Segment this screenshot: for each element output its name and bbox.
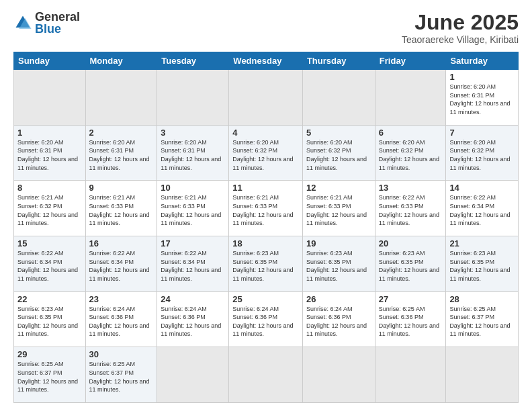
- day-number: 23: [89, 294, 154, 304]
- table-row: 23 Sunrise: 6:24 AMSunset: 6:36 PMDaylig…: [85, 291, 157, 347]
- table-row: 27 Sunrise: 6:25 AMSunset: 6:36 PMDaylig…: [375, 291, 446, 347]
- table-row: 13 Sunrise: 6:22 AMSunset: 6:33 PMDaylig…: [375, 181, 446, 236]
- day-number: 5: [306, 128, 371, 138]
- day-number: 24: [161, 294, 225, 304]
- day-number: 30: [89, 349, 154, 359]
- calendar-week-row: 1 Sunrise: 6:20 AMSunset: 6:31 PMDayligh…: [14, 125, 519, 181]
- table-row: 10 Sunrise: 6:21 AMSunset: 6:33 PMDaylig…: [157, 181, 229, 236]
- day-number: 29: [17, 349, 82, 359]
- table-row: 5 Sunrise: 6:20 AMSunset: 6:32 PMDayligh…: [302, 125, 375, 181]
- header: General Blue June 2025 Teaoraereke Villa…: [13, 11, 519, 45]
- table-row: 28 Sunrise: 6:25 AMSunset: 6:37 PMDaylig…: [446, 291, 519, 347]
- day-info: Sunrise: 6:20 AMSunset: 6:31 PMDaylight:…: [161, 139, 221, 171]
- day-number: 18: [232, 238, 299, 248]
- table-row: 3 Sunrise: 6:20 AMSunset: 6:31 PMDayligh…: [157, 125, 229, 181]
- day-info: Sunrise: 6:23 AMSunset: 6:35 PMDaylight:…: [379, 250, 439, 282]
- day-number: 9: [89, 183, 154, 193]
- table-row: 16 Sunrise: 6:22 AMSunset: 6:34 PMDaylig…: [85, 236, 157, 292]
- day-info: Sunrise: 6:21 AMSunset: 6:33 PMDaylight:…: [161, 194, 221, 226]
- calendar-week-row: 8 Sunrise: 6:21 AMSunset: 6:32 PMDayligh…: [14, 181, 519, 236]
- table-row: 2 Sunrise: 6:20 AMSunset: 6:31 PMDayligh…: [85, 125, 157, 181]
- day-number: 15: [17, 238, 82, 248]
- table-row: [157, 70, 229, 126]
- table-row: 18 Sunrise: 6:23 AMSunset: 6:35 PMDaylig…: [229, 236, 303, 292]
- day-number: 2: [89, 128, 154, 138]
- day-info: Sunrise: 6:22 AMSunset: 6:34 PMDaylight:…: [449, 194, 510, 226]
- calendar-header-row: Sunday Monday Tuesday Wednesday Thursday…: [14, 52, 519, 70]
- table-row: 8 Sunrise: 6:21 AMSunset: 6:32 PMDayligh…: [14, 181, 86, 236]
- table-row: 30 Sunrise: 6:25 AMSunset: 6:37 PMDaylig…: [85, 347, 157, 403]
- day-info: Sunrise: 6:20 AMSunset: 6:32 PMDaylight:…: [449, 139, 510, 171]
- day-number: 17: [161, 238, 225, 248]
- table-row: [302, 347, 375, 403]
- page: General Blue June 2025 Teaoraereke Villa…: [0, 0, 532, 411]
- month-title: June 2025: [402, 11, 519, 34]
- day-info: Sunrise: 6:20 AMSunset: 6:31 PMDaylight:…: [17, 139, 78, 171]
- logo-text: General Blue: [35, 11, 80, 35]
- table-row: [446, 347, 519, 403]
- table-row: 17 Sunrise: 6:22 AMSunset: 6:34 PMDaylig…: [157, 236, 229, 292]
- day-number: 12: [306, 183, 371, 193]
- table-row: 26 Sunrise: 6:24 AMSunset: 6:36 PMDaylig…: [302, 291, 375, 347]
- table-row: 29 Sunrise: 6:25 AMSunset: 6:37 PMDaylig…: [14, 347, 86, 403]
- day-number: 11: [232, 183, 299, 193]
- calendar: Sunday Monday Tuesday Wednesday Thursday…: [13, 52, 519, 403]
- day-info: Sunrise: 6:20 AMSunset: 6:32 PMDaylight:…: [232, 139, 293, 171]
- calendar-week-row: 22 Sunrise: 6:23 AMSunset: 6:35 PMDaylig…: [14, 291, 519, 347]
- day-number: 20: [379, 238, 443, 248]
- day-info: Sunrise: 6:22 AMSunset: 6:33 PMDaylight:…: [379, 194, 439, 226]
- table-row: 11 Sunrise: 6:21 AMSunset: 6:33 PMDaylig…: [229, 181, 303, 236]
- day-number: 22: [17, 294, 82, 304]
- day-info: Sunrise: 6:21 AMSunset: 6:32 PMDaylight:…: [17, 194, 78, 226]
- day-info: Sunrise: 6:20 AMSunset: 6:31 PMDaylight:…: [89, 139, 150, 171]
- table-row: 6 Sunrise: 6:20 AMSunset: 6:32 PMDayligh…: [375, 125, 446, 181]
- col-friday: Friday: [375, 52, 446, 70]
- day-info: Sunrise: 6:24 AMSunset: 6:36 PMDaylight:…: [232, 306, 293, 338]
- day-number: 27: [379, 294, 443, 304]
- table-row: [229, 347, 303, 403]
- day-number: 26: [306, 294, 371, 304]
- day-info: Sunrise: 6:24 AMSunset: 6:36 PMDaylight:…: [161, 306, 221, 338]
- day-number: 28: [449, 294, 515, 304]
- day-info: Sunrise: 6:25 AMSunset: 6:37 PMDaylight:…: [17, 361, 78, 393]
- day-number: 21: [449, 238, 515, 248]
- day-info: Sunrise: 6:25 AMSunset: 6:37 PMDaylight:…: [449, 306, 510, 338]
- day-info: Sunrise: 6:25 AMSunset: 6:37 PMDaylight:…: [89, 361, 150, 393]
- table-row: 4 Sunrise: 6:20 AMSunset: 6:32 PMDayligh…: [229, 125, 303, 181]
- table-row: 21 Sunrise: 6:23 AMSunset: 6:35 PMDaylig…: [446, 236, 519, 292]
- logo-general: General: [35, 11, 80, 23]
- table-row: 14 Sunrise: 6:22 AMSunset: 6:34 PMDaylig…: [446, 181, 519, 236]
- table-row: [375, 70, 446, 126]
- day-info: Sunrise: 6:23 AMSunset: 6:35 PMDaylight:…: [232, 250, 293, 282]
- col-sunday: Sunday: [14, 52, 86, 70]
- day-info: Sunrise: 6:22 AMSunset: 6:34 PMDaylight:…: [17, 250, 78, 282]
- col-monday: Monday: [85, 52, 157, 70]
- day-info: Sunrise: 6:24 AMSunset: 6:36 PMDaylight:…: [89, 306, 150, 338]
- calendar-week-row: 15 Sunrise: 6:22 AMSunset: 6:34 PMDaylig…: [14, 236, 519, 292]
- table-row: [14, 70, 86, 126]
- table-row: 1 Sunrise: 6:20 AMSunset: 6:31 PMDayligh…: [446, 70, 519, 126]
- day-info: Sunrise: 6:23 AMSunset: 6:35 PMDaylight:…: [449, 250, 510, 282]
- day-number: 25: [232, 294, 299, 304]
- day-number: 16: [89, 238, 154, 248]
- day-info: Sunrise: 6:23 AMSunset: 6:35 PMDaylight:…: [17, 306, 78, 338]
- day-info: Sunrise: 6:21 AMSunset: 6:33 PMDaylight:…: [89, 194, 150, 226]
- location: Teaoraereke Village, Kiribati: [402, 34, 519, 45]
- col-tuesday: Tuesday: [157, 52, 229, 70]
- day-number: 13: [379, 183, 443, 193]
- day-number: 1: [17, 128, 82, 138]
- table-row: 24 Sunrise: 6:24 AMSunset: 6:36 PMDaylig…: [157, 291, 229, 347]
- table-row: 25 Sunrise: 6:24 AMSunset: 6:36 PMDaylig…: [229, 291, 303, 347]
- day-info: Sunrise: 6:21 AMSunset: 6:33 PMDaylight:…: [306, 194, 367, 226]
- logo: General Blue: [13, 11, 80, 35]
- day-number: 14: [449, 183, 515, 193]
- day-info: Sunrise: 6:21 AMSunset: 6:33 PMDaylight:…: [232, 194, 293, 226]
- table-row: 22 Sunrise: 6:23 AMSunset: 6:35 PMDaylig…: [14, 291, 86, 347]
- day-info: Sunrise: 6:24 AMSunset: 6:36 PMDaylight:…: [306, 306, 367, 338]
- table-row: 9 Sunrise: 6:21 AMSunset: 6:33 PMDayligh…: [85, 181, 157, 236]
- table-row: [157, 347, 229, 403]
- day-number: 8: [17, 183, 82, 193]
- col-saturday: Saturday: [446, 52, 519, 70]
- col-wednesday: Wednesday: [229, 52, 303, 70]
- table-row: 19 Sunrise: 6:23 AMSunset: 6:35 PMDaylig…: [302, 236, 375, 292]
